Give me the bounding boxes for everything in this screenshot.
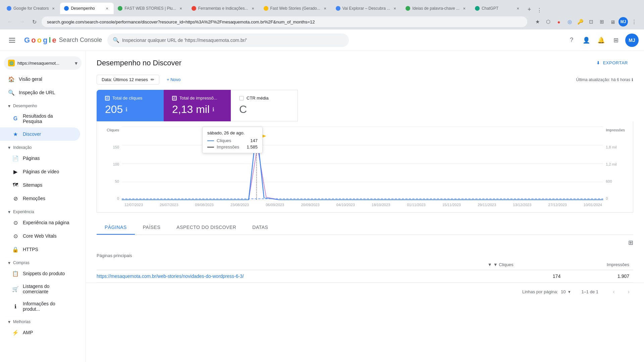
- tab-label: Fast Web Stories (Gerado...: [270, 6, 320, 11]
- extension-icon6[interactable]: ⊞: [597, 17, 606, 26]
- new-tab-btn[interactable]: +: [525, 5, 534, 14]
- tab-favicon: [118, 6, 122, 11]
- section-desempenho[interactable]: ▾ Desempenho: [0, 99, 86, 110]
- date-filter-btn[interactable]: Data: Últimos 12 meses ✏: [97, 75, 159, 84]
- y-right-zero: 0: [606, 196, 608, 200]
- notifications-icon[interactable]: 🔔: [594, 34, 608, 47]
- section-collapse-arrow: ▾: [8, 260, 10, 265]
- sidebar-item-sitemaps[interactable]: 🗺 Sitemaps: [0, 178, 80, 192]
- tab-fast-stories[interactable]: Fast Web Stories (Gerado... ✕: [260, 3, 332, 14]
- metric-label-impressoes: Total de impressõ...: [179, 96, 217, 101]
- tab-paises[interactable]: PAÍSES: [135, 221, 169, 235]
- sidebar-item-snippets-produto[interactable]: 📋 Snippets do produto: [0, 267, 80, 280]
- more-options-icon[interactable]: ⋮: [629, 17, 639, 26]
- lock-icon: 🔒: [12, 246, 19, 253]
- search-placeholder: Inspecionar qualquer URL de 'https://mes…: [122, 38, 343, 43]
- back-btn[interactable]: ←: [5, 17, 15, 26]
- property-selector[interactable]: 🌐 https://mesaquemot... ▾: [4, 56, 82, 70]
- tab-close-btn[interactable]: ✕: [104, 6, 110, 11]
- sidebar-item-experiencia-pagina[interactable]: ⊙ Experiência na página: [0, 216, 80, 229]
- tab-aspecto[interactable]: ASPECTO DO DISCOVER: [168, 221, 244, 235]
- extension-icon2[interactable]: ●: [554, 17, 564, 26]
- tab-google-creators[interactable]: Google for Creators ✕: [3, 3, 60, 14]
- sidebar-item-discover[interactable]: ★ Discover: [0, 127, 80, 141]
- sidebar-item-paginas[interactable]: 📄 Páginas: [0, 152, 80, 165]
- tab-ferramentas[interactable]: Ferramentas e Indicações... ✕: [187, 3, 260, 14]
- metric-info-icon[interactable]: ℹ: [212, 106, 214, 113]
- tab-datas[interactable]: DATAS: [244, 221, 276, 235]
- section-compras[interactable]: ▾ Compras: [0, 256, 86, 267]
- section-melhorias[interactable]: ▾ Melhorias: [0, 315, 86, 326]
- snippet-icon: 📋: [12, 270, 19, 277]
- rows-select-arrow[interactable]: ▾: [568, 289, 571, 294]
- date-label-2: 09/08/2023: [195, 203, 214, 207]
- apps-icon[interactable]: ⊞: [609, 34, 623, 47]
- sidebar-item-inspecao-url[interactable]: 🔍 Inspeção de URL: [0, 86, 80, 99]
- extension-icon7[interactable]: 🖥: [608, 17, 617, 26]
- last-update: Última atualização: há 6 horas ℹ: [576, 77, 633, 82]
- rows-per-page-label: Linhas por página:: [522, 289, 558, 294]
- section-indexacao[interactable]: ▾ Indexação: [0, 141, 86, 152]
- header-profile-icon[interactable]: MJ: [625, 34, 639, 47]
- tab-vai-explorar[interactable]: Vai Explorar – Descubra ... ✕: [332, 3, 402, 14]
- tab-close-btn[interactable]: ✕: [178, 6, 183, 11]
- menu-btn[interactable]: [5, 34, 19, 47]
- content-area: Desempenho no Discover ⬇ EXPORTAR Data: …: [86, 51, 644, 362]
- extension-icon4[interactable]: 🔑: [576, 17, 585, 26]
- prev-page-btn[interactable]: ‹: [609, 287, 619, 296]
- tab-close-btn[interactable]: ✕: [51, 6, 56, 11]
- tab-fast-web[interactable]: FAST WEB STORIES | Plu... ✕: [114, 3, 187, 14]
- sidebar-item-amp[interactable]: ⚡ AMP: [0, 326, 80, 339]
- sidebar-item-https[interactable]: 🔒 HTTPS: [0, 243, 80, 256]
- tab-chatgpt[interactable]: ChatGPT ✕: [471, 3, 525, 14]
- sidebar-item-core-web-vitals[interactable]: ⊙ Core Web Vitals: [0, 229, 80, 243]
- bookmark-icon[interactable]: ★: [533, 17, 542, 26]
- tab-close-btn[interactable]: ✕: [322, 6, 328, 11]
- sidebar-item-paginas-video[interactable]: ▶ Páginas de vídeo: [0, 165, 80, 178]
- tab-close-btn[interactable]: ✕: [392, 6, 397, 11]
- tab-close-btn[interactable]: ✕: [515, 6, 521, 11]
- extension-icon3[interactable]: ◎: [565, 17, 574, 26]
- sidebar-item-visao-geral[interactable]: 🏠 Visão geral: [0, 72, 80, 86]
- sidebar-item-listagens-comerciante[interactable]: 🛒 Listagens do comerciante: [0, 280, 80, 298]
- forward-btn[interactable]: →: [17, 17, 27, 26]
- table-col-cliques[interactable]: ▼ ▼ Cliques: [488, 259, 565, 270]
- tab-close-btn[interactable]: ✕: [250, 6, 256, 11]
- global-search-bar[interactable]: 🔍 Inspecionar qualquer URL de 'https://m…: [107, 34, 349, 47]
- table-cell-url[interactable]: https://mesaquemota.com.br/web-stories/n…: [97, 270, 488, 283]
- tab-close-btn[interactable]: ✕: [462, 6, 467, 11]
- add-filter-btn[interactable]: + Novo: [162, 75, 185, 84]
- user-management-icon[interactable]: 👤: [580, 34, 593, 47]
- reload-btn[interactable]: ↻: [30, 17, 39, 26]
- metric-checkbox-impressoes[interactable]: [172, 96, 177, 101]
- sidebar-item-informacoes-produto[interactable]: ℹ Informações do produt...: [0, 298, 80, 315]
- browser-profile-icon[interactable]: MJ: [619, 17, 628, 26]
- tab-label: Desempenho: [71, 6, 102, 11]
- next-page-btn[interactable]: ›: [624, 287, 633, 296]
- help-icon[interactable]: ?: [565, 34, 578, 47]
- tab-paginas[interactable]: PÁGINAS: [97, 221, 135, 235]
- tab-ideias[interactable]: Ideias de palavra-chave ... ✕: [401, 3, 471, 14]
- search-icon: 🔍: [113, 37, 119, 43]
- metric-checkbox-ctr[interactable]: [239, 96, 244, 101]
- url-bar[interactable]: search.google.com/search-console/perform…: [42, 16, 527, 27]
- extension-icon1[interactable]: ⬡: [543, 17, 553, 26]
- tab-more-btn[interactable]: ⋮: [535, 6, 543, 14]
- browser-chrome: Google for Creators ✕ Desempenho ✕ FAST …: [0, 0, 644, 29]
- table-filter-icon[interactable]: ⊞: [628, 239, 633, 246]
- rows-per-page-value[interactable]: 10: [561, 289, 566, 294]
- extension-icon5[interactable]: ⊡: [586, 17, 596, 26]
- table-col-impressoes[interactable]: Impressões: [565, 259, 633, 270]
- cliques-sort[interactable]: ▼ ▼ Cliques: [488, 262, 560, 267]
- tab-label: FAST WEB STORIES | Plu...: [124, 6, 176, 11]
- sidebar-item-resultados-pesquisa[interactable]: G Resultados da Pesquisa: [0, 110, 80, 127]
- date-label-3: 23/08/2023: [230, 203, 249, 207]
- metric-info-icon[interactable]: ℹ: [125, 106, 127, 113]
- section-experiencia[interactable]: ▾ Experiência: [0, 205, 86, 216]
- tab-desempenho[interactable]: Desempenho ✕: [60, 3, 114, 14]
- y-left-zero: 0: [117, 196, 119, 200]
- date-label-0: 12/07/2023: [124, 203, 143, 207]
- metric-checkbox-cliques[interactable]: [105, 96, 110, 101]
- sidebar-item-remocoes[interactable]: ⊘ Remoções: [0, 192, 80, 205]
- export-button[interactable]: ⬇ EXPORTAR: [591, 58, 633, 68]
